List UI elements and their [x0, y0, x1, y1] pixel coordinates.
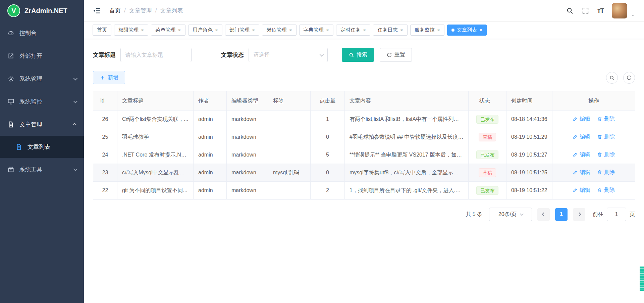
breadcrumb-item[interactable]: 首页 — [109, 7, 121, 14]
search-icon — [609, 75, 615, 81]
article-title-input[interactable] — [120, 48, 192, 62]
tab-cron[interactable]: 定时任务× — [336, 25, 370, 36]
close-icon[interactable]: × — [289, 28, 292, 33]
status-filter-group: 文章状态 请选择 — [221, 48, 328, 62]
cell-ops: 编辑删除 — [552, 128, 635, 146]
delete-button[interactable]: 删除 — [597, 187, 615, 194]
avatar[interactable] — [612, 3, 627, 18]
sort-icon[interactable] — [492, 97, 495, 104]
font-size-icon[interactable]: тT — [597, 7, 604, 14]
close-icon[interactable]: × — [178, 28, 181, 33]
tab-job-log[interactable]: 任务日志× — [373, 25, 407, 36]
edit-icon — [573, 170, 578, 175]
reset-button-label: 重置 — [394, 51, 405, 58]
chevron-down-icon[interactable] — [631, 13, 635, 18]
cell-editor: markdown — [227, 111, 268, 128]
sidebar-item-article[interactable]: 文章管理 — [0, 113, 84, 136]
edit-icon — [573, 152, 578, 157]
sidebar-item-dashboard[interactable]: 控制台 — [0, 21, 84, 44]
tab-dept[interactable]: 部门管理× — [225, 25, 259, 36]
cell-tags — [268, 128, 311, 146]
tab-home[interactable]: 首页 — [93, 25, 111, 36]
cell-created: 08-19 10:51:22 — [506, 182, 552, 200]
table-row: 25羽毛球教学adminmarkdown0#羽毛球拍参数说明 ## 中管软硬选择… — [93, 128, 635, 146]
refresh-table-icon[interactable] — [623, 72, 635, 84]
close-icon[interactable]: × — [141, 28, 144, 33]
next-page-button[interactable] — [573, 208, 585, 221]
edit-button[interactable]: 编辑 — [573, 187, 590, 194]
delete-button[interactable]: 删除 — [597, 116, 615, 123]
add-button[interactable]: 新增 — [93, 71, 125, 84]
sort-icon[interactable] — [107, 97, 110, 104]
cell-title: .NET Core 发布时提示.NET... — [117, 146, 194, 164]
sidebar-item-tools[interactable]: 系统工具 — [0, 158, 84, 181]
close-icon[interactable]: × — [252, 28, 255, 33]
close-icon[interactable]: × — [215, 28, 218, 33]
tab-user-role[interactable]: 用户角色× — [188, 25, 222, 36]
article-status-select[interactable]: 请选择 — [249, 48, 328, 62]
delete-icon — [597, 116, 602, 122]
cell-tags — [268, 146, 311, 164]
close-icon[interactable]: × — [400, 28, 403, 33]
status-badge: 草稿 — [479, 133, 496, 142]
header-left: 首页/文章管理/文章列表 — [93, 6, 183, 15]
close-icon[interactable]: × — [363, 28, 366, 33]
search-toggle-icon[interactable] — [606, 72, 618, 84]
tab-article-list[interactable]: 文章列表× — [447, 25, 487, 36]
chevron-down-icon — [73, 76, 78, 80]
page-size-select[interactable]: 20条/页 — [489, 208, 532, 221]
chevron-down-icon — [73, 99, 78, 103]
sidebar-item-monitor[interactable]: 系统监控 — [0, 90, 84, 113]
tab-menu[interactable]: 菜单管理× — [151, 25, 185, 36]
column-label: 创建时间 — [511, 97, 533, 104]
page-number-1[interactable]: 1 — [555, 208, 568, 221]
chevron-down-icon — [320, 52, 324, 57]
sidebar-item-label: 系统工具 — [19, 166, 42, 173]
main-area: 首页/文章管理/文章列表 тT 首页权限管理×菜单管理×用户角色×部门管理×岗位… — [84, 0, 644, 303]
tab-dict[interactable]: 字典管理× — [299, 25, 333, 36]
close-icon[interactable]: × — [326, 28, 329, 33]
close-icon[interactable]: × — [437, 28, 440, 33]
search-button[interactable]: 搜索 — [342, 48, 374, 62]
cell-id: 25 — [93, 128, 117, 146]
cell-status: 已发布 — [469, 146, 506, 164]
chevron-up-icon — [72, 123, 77, 127]
reset-button[interactable]: 重置 — [380, 48, 412, 62]
column-label: 编辑器类型 — [231, 97, 258, 104]
sidebar-item-external[interactable]: 外部打开 — [0, 44, 84, 67]
search-icon[interactable] — [566, 7, 574, 14]
goto-page-input[interactable] — [607, 208, 626, 221]
close-icon[interactable]: × — [479, 28, 482, 33]
column-header-status[interactable]: 状态 — [469, 91, 506, 111]
goto-label: 前往 — [593, 211, 603, 218]
edit-button[interactable]: 编辑 — [573, 116, 590, 123]
tab-permission[interactable]: 权限管理× — [114, 25, 148, 36]
sidebar-subitem-article-list[interactable]: 文章列表 — [0, 136, 84, 158]
tab-service-monitor[interactable]: 服务监控× — [410, 25, 444, 36]
tab-post[interactable]: 岗位管理× — [262, 25, 296, 36]
breadcrumb-item[interactable]: 文章管理 — [129, 7, 152, 14]
sidebar-collapse-icon[interactable] — [93, 6, 101, 15]
column-header-id[interactable]: id — [93, 91, 117, 111]
page-size-value: 20条/页 — [498, 211, 517, 218]
edit-label: 编辑 — [580, 133, 590, 140]
delete-label: 删除 — [604, 169, 615, 176]
status-badge: 草稿 — [479, 168, 496, 177]
delete-button[interactable]: 删除 — [597, 151, 615, 158]
delete-button[interactable]: 删除 — [597, 133, 615, 140]
edit-button[interactable]: 编辑 — [573, 151, 590, 158]
scrollbar-thumb[interactable] — [640, 266, 644, 291]
cell-title: git 为不同的项目设置不同... — [117, 182, 194, 200]
tab-label: 服务监控 — [415, 27, 435, 33]
plus-icon — [100, 75, 105, 81]
tab-label: 定时任务 — [340, 27, 361, 33]
sidebar-item-label: 控制台 — [19, 29, 37, 37]
edit-button[interactable]: 编辑 — [573, 133, 590, 140]
refresh-icon — [386, 52, 392, 58]
prev-page-button[interactable] — [537, 208, 550, 221]
breadcrumb-item[interactable]: 文章列表 — [160, 7, 183, 14]
fullscreen-icon[interactable] — [582, 7, 589, 14]
sidebar-item-system[interactable]: 系统管理 — [0, 67, 84, 90]
delete-button[interactable]: 删除 — [597, 169, 615, 176]
edit-button[interactable]: 编辑 — [573, 169, 590, 176]
